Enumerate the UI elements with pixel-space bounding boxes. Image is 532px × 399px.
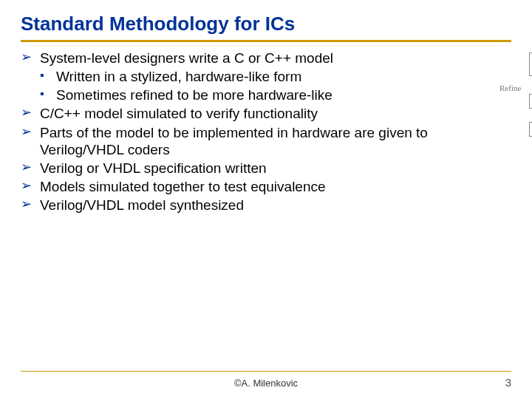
slide: Standard Methodology for ICs System-leve… xyxy=(0,0,532,399)
bullet-1-sublist: Written in a stylized, hardware-like for… xyxy=(40,68,494,103)
bullet-5: Models simulated together to test equiva… xyxy=(21,178,494,195)
bullet-1b: Sometimes refined to be more hardware-li… xyxy=(40,86,494,103)
footer-author-text: A. Milenkovic xyxy=(242,378,299,389)
flow-diagram: C/C++ System Level Model Manual Conversi… xyxy=(499,52,532,193)
page-number: 3 xyxy=(497,376,511,389)
footer-line: ©A. Milenkovic 3 xyxy=(21,376,511,389)
bullet-2: C/C++ model simulated to verify function… xyxy=(21,105,494,122)
label-refine: Refine xyxy=(499,79,529,92)
bullet-3: Parts of the model to be implemented in … xyxy=(21,124,494,158)
footer: ©A. Milenkovic 3 xyxy=(21,371,511,389)
bullet-list: System-level designers write a C or C++ … xyxy=(21,50,494,214)
right-column: C/C++ System Level Model Manual Conversi… xyxy=(499,50,532,216)
left-column: System-level designers write a C or C++ … xyxy=(21,50,494,216)
bullet-1: System-level designers write a C or C++ … xyxy=(21,50,494,104)
copyright-icon: © xyxy=(234,378,242,389)
box-results: Results xyxy=(529,122,532,137)
title-underline xyxy=(21,40,511,42)
bullet-4: Verilog or VHDL specification written xyxy=(21,160,494,177)
footer-rule xyxy=(21,371,511,372)
bullet-1-text: System-level designers write a C or C++ … xyxy=(40,50,333,66)
bullet-1a: Written in a stylized, hardware-like for… xyxy=(40,68,494,85)
bullet-6: Verilog/VHDL model synthesized xyxy=(21,197,494,214)
box-analysis: Analysis xyxy=(529,94,532,109)
slide-title: Standard Methodology for ICs xyxy=(21,13,511,35)
footer-author: ©A. Milenkovic xyxy=(35,378,497,389)
box-system-model: C/C++ System Level Model xyxy=(529,52,532,76)
body-row: System-level designers write a C or C++ … xyxy=(21,50,511,216)
